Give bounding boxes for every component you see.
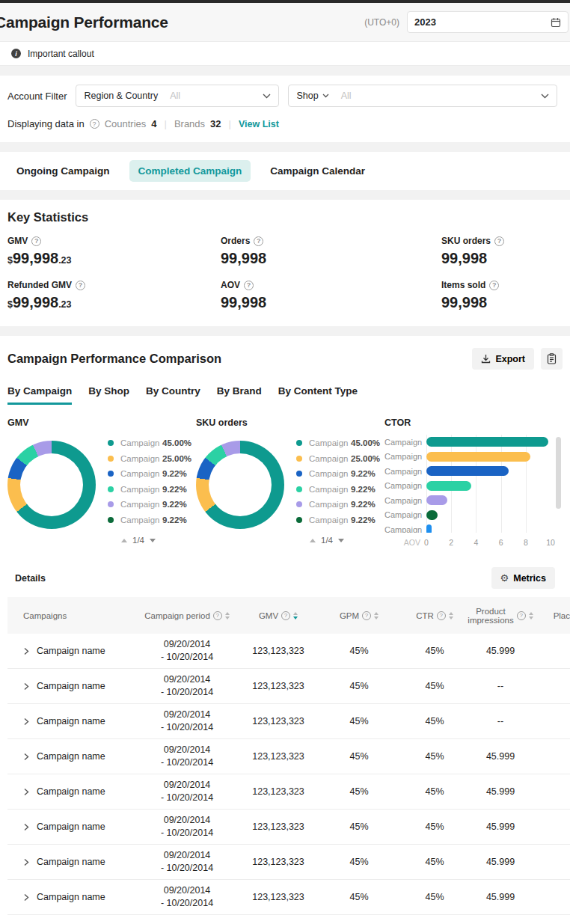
impressions-cell: 45.999	[470, 646, 531, 656]
stat-sku-orders: SKU orders?99,998	[441, 236, 563, 267]
column-header-gpm: GPM?	[319, 611, 399, 620]
legend-label: Campaign	[120, 515, 162, 524]
bar	[426, 495, 447, 505]
legend-pager[interactable]: 1/4	[286, 536, 368, 545]
section-divider	[0, 326, 570, 336]
expand-row-icon[interactable]	[23, 718, 30, 726]
page-down-icon[interactable]	[338, 539, 344, 542]
ctr-cell: 45%	[399, 751, 470, 762]
section-divider	[0, 66, 570, 76]
campaign-name: Campaign name	[37, 821, 105, 832]
impressions-cell: 45.999	[470, 857, 531, 867]
expand-row-icon[interactable]	[23, 682, 30, 691]
comparison-tab-bar: By CampaignBy ShopBy CountryBy BrandBy C…	[7, 385, 563, 405]
expand-row-icon[interactable]	[23, 893, 30, 902]
campaign-period-cell: 09/20/2014- 10/20/2014	[136, 709, 238, 734]
stat-label: Orders?	[221, 236, 441, 246]
page-down-icon[interactable]	[150, 539, 156, 542]
chart-legend: Campaign45.00%Campaign25.00%Campaign9.22…	[296, 435, 384, 529]
gmv-cell: 123,123,323	[238, 857, 319, 867]
help-icon[interactable]: ?	[244, 281, 254, 290]
filter-section: Account Filter Region & Country All Shop…	[0, 76, 570, 142]
column-header-campaigns: Campaigns	[7, 611, 136, 620]
gpm-cell: 45%	[319, 857, 399, 867]
page-up-icon[interactable]	[121, 539, 127, 542]
callout-banner: i Important callout	[0, 41, 570, 66]
help-icon[interactable]: ?	[437, 611, 446, 620]
help-icon[interactable]: ?	[31, 236, 41, 246]
tab-ongoing-campaign[interactable]: Ongoing Campaign	[7, 160, 119, 182]
help-icon[interactable]: ?	[76, 281, 85, 290]
scrollbar[interactable]	[556, 437, 561, 509]
help-icon[interactable]: ?	[517, 611, 526, 620]
bar-category-label: Campaign	[384, 510, 420, 519]
chart-legend: Campaign45.00%Campaign25.00%Campaign9.22…	[108, 435, 196, 529]
donut-ring	[196, 441, 284, 529]
table-header: CampaignsCampaign period?GMV?GPM?CTR?Pro…	[7, 597, 570, 634]
stats-grid: GMV?$99,998.23Orders?99,998SKU orders?99…	[7, 236, 563, 311]
legend-item: Campaign9.22%	[108, 466, 196, 482]
table-body: Campaign name09/20/2014- 10/20/2014123,1…	[7, 634, 570, 915]
x-tick: 0	[424, 538, 429, 547]
page-up-icon[interactable]	[310, 539, 316, 542]
stat-number: 99,998	[13, 294, 58, 310]
tab-by-country[interactable]: By Country	[146, 385, 200, 405]
help-icon[interactable]: ?	[494, 236, 504, 246]
column-label: Campaign period	[144, 611, 210, 620]
bar-row: Campaign	[384, 479, 551, 494]
help-icon[interactable]: ?	[489, 281, 499, 290]
tab-by-brand[interactable]: By Brand	[217, 385, 262, 405]
year-picker[interactable]: 2023	[407, 11, 569, 33]
table-row: Campaign name09/20/2014- 10/20/2014123,1…	[7, 845, 570, 880]
help-icon[interactable]: ?	[213, 611, 222, 620]
report-button[interactable]	[541, 348, 563, 370]
help-icon[interactable]: ?	[254, 236, 263, 246]
legend-item: Campaign9.22%	[108, 497, 196, 513]
expand-row-icon[interactable]	[23, 753, 30, 761]
shop-select[interactable]: Shop All	[288, 85, 557, 107]
help-icon[interactable]: ?	[281, 611, 290, 620]
gmv-donut-chart: GMVCampaign45.00%Campaign25.00%Campaign9…	[7, 417, 196, 547]
campaign-name: Campaign name	[37, 857, 105, 867]
section-divider	[0, 142, 570, 152]
tab-completed-campaign[interactable]: Completed Campaign	[129, 160, 251, 182]
view-list-link[interactable]: View List	[239, 119, 279, 129]
stat-label-text: Orders	[221, 236, 250, 246]
tab-by-shop[interactable]: By Shop	[88, 385, 129, 405]
sort-icon[interactable]	[374, 612, 379, 619]
ctr-cell: 45%	[399, 681, 470, 691]
app-header: Campaign Performance (UTO+0) 2023	[0, 3, 570, 41]
legend-pager[interactable]: 1/4	[97, 536, 180, 545]
sort-icon[interactable]	[449, 612, 453, 619]
expand-row-icon[interactable]	[23, 823, 30, 831]
ctr-cell: 45%	[399, 716, 470, 726]
comparison-section: Campaign Performance Comparison Export B…	[0, 336, 570, 924]
region-country-select[interactable]: Region & Country All	[76, 85, 279, 107]
legend-dot	[296, 517, 302, 523]
help-icon[interactable]: ?	[90, 119, 99, 129]
expand-row-icon[interactable]	[23, 788, 30, 796]
column-header-placeholder: Placeholder	[531, 611, 570, 620]
section-divider	[0, 190, 570, 200]
legend-label: Campaign	[120, 500, 162, 509]
legend-value: 9.22%	[162, 500, 187, 509]
tab-campaign-calendar[interactable]: Campaign Calendar	[261, 160, 374, 182]
donut-ring	[7, 441, 96, 529]
expand-row-icon[interactable]	[23, 647, 30, 655]
period-line: - 10/20/2014	[136, 756, 238, 769]
metrics-button[interactable]: ⚙ Metrics	[491, 567, 555, 589]
sort-icon[interactable]	[225, 612, 230, 619]
ctor-bar-chart: CTORCampaignCampaignCampaignCampaignCamp…	[384, 417, 563, 547]
bar-track	[426, 466, 551, 476]
period-line: 09/20/2014	[136, 744, 238, 756]
ctr-cell: 45%	[399, 857, 470, 867]
export-button[interactable]: Export	[472, 348, 534, 370]
tab-by-content-type[interactable]: By Content Type	[278, 385, 358, 405]
campaign-name: Campaign name	[37, 681, 105, 691]
stat-orders: Orders?99,998	[221, 236, 441, 267]
tab-by-campaign[interactable]: By Campaign	[7, 385, 72, 405]
sort-icon[interactable]	[293, 612, 298, 619]
legend-label: Campaign	[120, 469, 162, 478]
expand-row-icon[interactable]	[23, 858, 30, 866]
help-icon[interactable]: ?	[362, 611, 371, 620]
